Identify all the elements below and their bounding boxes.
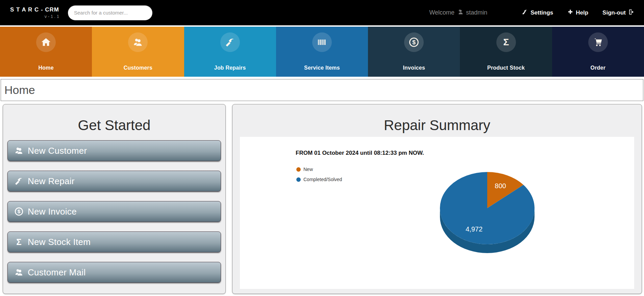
nav-label: Job Repairs bbox=[184, 65, 276, 71]
app-title: S T A R C - CRM bbox=[10, 6, 59, 13]
nav-tile-product-stock[interactable]: Σ Product Stock bbox=[460, 27, 552, 77]
home-icon bbox=[36, 32, 56, 52]
help-label: Help bbox=[576, 9, 588, 16]
signout-label: Sign-out bbox=[602, 9, 626, 16]
button-label: Customer Mail bbox=[28, 267, 86, 278]
username: stadmin bbox=[466, 9, 487, 16]
app-brand: S T A R C - CRM v - 1 . 1 bbox=[10, 6, 59, 19]
welcome-text: Welcome bbox=[429, 9, 454, 16]
nav-label: Customers bbox=[92, 65, 184, 71]
svg-text:Σ: Σ bbox=[503, 37, 509, 47]
button-label: New Customer bbox=[28, 146, 87, 156]
cart-icon bbox=[588, 32, 608, 52]
nav-tile-service-items[interactable]: Service Items bbox=[276, 27, 368, 77]
help-link[interactable]: Help bbox=[567, 9, 588, 17]
search-input[interactable] bbox=[68, 5, 152, 20]
sigma-icon: Σ bbox=[14, 237, 24, 247]
nav-tile-home[interactable]: Home bbox=[0, 27, 92, 77]
nav-label: Service Items bbox=[276, 65, 368, 71]
new-stock-item-button[interactable]: Σ New Stock Item bbox=[7, 231, 221, 252]
people-icon bbox=[14, 267, 24, 277]
button-label: New Stock Item bbox=[28, 237, 91, 247]
legend-item-completed: Completed/Solved bbox=[296, 176, 342, 183]
pie-slice-label: 4,972 bbox=[466, 225, 482, 233]
dollar-circle-icon: $ bbox=[404, 32, 424, 52]
nav-label: Product Stock bbox=[460, 65, 552, 71]
hammer-icon bbox=[14, 176, 24, 186]
nav-label: Invoices bbox=[368, 65, 460, 71]
repair-summary-title: Repair Summary bbox=[232, 116, 642, 135]
people-icon bbox=[14, 146, 24, 156]
repair-summary-panel: Repair Summary FROM 01 October 2024 unti… bbox=[232, 104, 642, 294]
nav-tile-job-repairs[interactable]: Job Repairs bbox=[184, 27, 276, 77]
chart-period-text: FROM 01 October 2024 until 08:12:33 pm N… bbox=[296, 150, 424, 156]
get-started-title: Get Started bbox=[3, 116, 225, 135]
customer-mail-button[interactable]: Customer Mail bbox=[7, 262, 221, 283]
top-bar: S T A R C - CRM v - 1 . 1 Welcome stadmi… bbox=[0, 0, 644, 25]
content: Get Started New Customer New Repair $ Ne… bbox=[0, 101, 644, 294]
user-icon bbox=[457, 8, 464, 17]
barcode-icon bbox=[312, 32, 332, 52]
svg-text:$: $ bbox=[412, 39, 416, 46]
pie-chart: 8004,972 bbox=[433, 168, 541, 259]
button-label: New Repair bbox=[28, 176, 75, 187]
signout-link[interactable]: Sign-out bbox=[602, 9, 635, 17]
legend-item-new: New bbox=[296, 166, 342, 173]
get-started-panel: Get Started New Customer New Repair $ Ne… bbox=[3, 104, 226, 294]
hammer-icon bbox=[522, 9, 528, 17]
plus-icon bbox=[567, 9, 573, 17]
button-label: New Invoice bbox=[28, 206, 77, 217]
svg-text:$: $ bbox=[18, 208, 21, 214]
nav-tile-customers[interactable]: Customers bbox=[92, 27, 184, 77]
dollar-circle-icon: $ bbox=[14, 206, 24, 217]
nav-label: Home bbox=[0, 65, 92, 71]
legend-label: New bbox=[303, 167, 313, 172]
nav-tile-invoices[interactable]: $ Invoices bbox=[368, 27, 460, 77]
chart-legend: New Completed/Solved bbox=[296, 166, 342, 186]
signout-icon bbox=[628, 9, 635, 17]
page-title-bar: Home bbox=[1, 79, 643, 101]
new-customer-button[interactable]: New Customer bbox=[7, 140, 221, 161]
nav-label: Order bbox=[552, 65, 644, 71]
welcome-block: Welcome stadmin bbox=[429, 8, 487, 17]
svg-text:Σ: Σ bbox=[16, 237, 21, 247]
settings-label: Settings bbox=[530, 9, 553, 16]
legend-dot bbox=[296, 167, 301, 172]
sigma-icon: Σ bbox=[496, 32, 516, 52]
app-version: v - 1 . 1 bbox=[10, 14, 59, 19]
legend-dot bbox=[296, 177, 301, 182]
main-nav: Home Customers Job Repairs Service Items… bbox=[0, 27, 644, 77]
nav-tile-order[interactable]: Order bbox=[552, 27, 644, 77]
pie-slice-label: 800 bbox=[495, 182, 506, 190]
get-started-buttons: New Customer New Repair $ New Invoice Σ … bbox=[3, 140, 225, 283]
page-title: Home bbox=[4, 83, 35, 97]
repair-summary-chart: FROM 01 October 2024 until 08:12:33 pm N… bbox=[240, 137, 634, 289]
people-icon bbox=[128, 32, 148, 52]
hammer-icon bbox=[220, 32, 240, 52]
new-invoice-button[interactable]: $ New Invoice bbox=[7, 201, 221, 222]
new-repair-button[interactable]: New Repair bbox=[7, 171, 221, 192]
legend-label: Completed/Solved bbox=[303, 177, 342, 182]
settings-link[interactable]: Settings bbox=[522, 9, 553, 17]
